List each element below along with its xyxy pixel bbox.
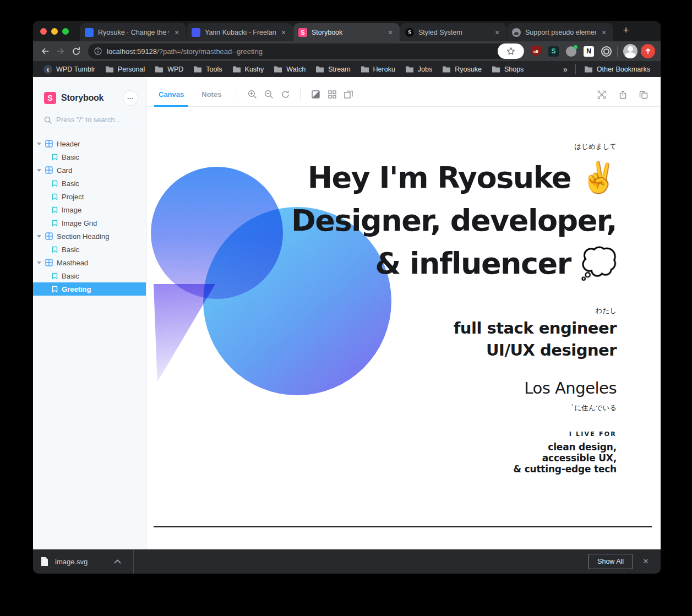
close-tab-icon[interactable]: × [493,28,502,37]
collapse-caret-icon[interactable] [37,261,41,264]
gear-extension-icon[interactable] [566,46,576,57]
story-bookmark-icon [52,286,58,293]
tab-styled-system[interactable]: S Styled System × [400,23,506,41]
bookmark-folder-wpd[interactable]: WPD [150,64,188,75]
close-window-button[interactable] [40,28,47,35]
rings-extension-icon[interactable] [601,46,612,57]
fullscreen-button[interactable] [593,86,610,103]
sidebar-component-header[interactable]: Header [33,137,146,150]
forward-button[interactable] [53,43,68,59]
close-tab-icon[interactable]: × [279,28,288,37]
download-filename[interactable]: image.svg [55,558,88,566]
star-icon [506,47,515,56]
bookmark-folder-shops[interactable]: Shops [487,64,528,75]
address-bar[interactable]: localhost:59128/?path=/story/masthead--g… [88,43,524,59]
bookmark-label: Ryosuke [455,66,482,73]
stylus-extension-icon[interactable]: S [548,46,559,57]
sidebar-search[interactable] [44,116,135,128]
search-input[interactable] [56,116,133,124]
minimize-window-button[interactable] [51,28,58,35]
sidebar-story-card-image-grid[interactable]: Image Grid [33,216,146,230]
back-button[interactable] [37,43,53,59]
story-label: Project [62,193,84,201]
tab-yann-kubacki[interactable]: Yann Kubacki - Freelan × [187,23,293,41]
close-tab-icon[interactable]: × [172,28,181,37]
collapse-caret-icon[interactable] [37,235,41,238]
other-bookmarks-button[interactable]: Other Bookmarks [579,64,655,75]
bookmark-label: Personal [118,66,145,73]
sidebar-story-masthead-greeting-selected[interactable]: Greeting [33,282,146,296]
copy-link-button[interactable] [635,86,652,103]
bookmark-folder-personal[interactable]: Personal [100,64,150,75]
role-line: UI/UX designer [454,339,617,361]
notion-extension-icon[interactable]: N [584,46,594,57]
story-bookmark-icon [52,246,58,253]
zoom-out-button[interactable] [260,86,277,103]
collapse-caret-icon[interactable] [37,169,41,172]
page-info-icon[interactable] [94,47,102,55]
sidebar-menu-button[interactable]: ••• [123,90,138,106]
reload-button[interactable] [68,43,84,59]
new-tab-button[interactable]: + [618,23,634,38]
masthead-heading: Hey I'm Ryosuke ✌️ Designer, developer, … [291,156,617,285]
show-all-downloads-button[interactable]: Show All [588,554,633,569]
grid-toggle-button[interactable] [324,86,340,103]
component-icon [45,232,53,240]
component-label: Card [57,166,72,175]
bookmark-folder-watch[interactable]: Watch [269,64,310,75]
tab-canvas[interactable]: Canvas [150,83,193,106]
zoom-window-button[interactable] [62,28,69,35]
bookmark-wpd-tumblr[interactable]: t WPD Tumblr [39,63,100,75]
viewport-button[interactable] [340,86,357,103]
download-options-button[interactable] [114,559,121,564]
tab-notes[interactable]: Notes [193,83,230,106]
zoom-in-button[interactable] [244,86,260,103]
tab-storybook-active[interactable]: S Storybook × [293,23,400,41]
story-label: Basic [62,153,79,161]
sidebar-component-section-heading[interactable]: Section Heading [33,230,146,243]
styled-system-favicon-icon: S [405,28,414,37]
toolbar-divider [617,46,618,57]
live-for-item: clean design, [513,441,617,453]
sidebar-component-card[interactable]: Card [33,163,146,177]
sidebar-story-card-image[interactable]: Image [33,203,146,216]
tab-title: Styled System [418,29,489,36]
background-toggle-button[interactable] [307,86,324,103]
collapse-caret-icon[interactable] [37,143,41,145]
tab-title: Ryosuke · Change the w [98,29,169,36]
bookmark-folder-heroku[interactable]: Heroku [356,64,400,75]
bookmark-folder-jobs[interactable]: Jobs [400,64,437,75]
tab-strip: Ryosuke · Change the w × Yann Kubacki - … [33,21,661,41]
close-tab-icon[interactable]: × [386,28,395,37]
sidebar-story-section-basic[interactable]: Basic [33,243,146,256]
sidebar-story-header-basic[interactable]: Basic [33,150,146,163]
folder-icon [442,66,451,73]
ublock-extension-icon[interactable]: uB [531,46,541,57]
close-downloads-icon[interactable]: × [643,556,649,567]
chrome-update-button[interactable] [641,44,655,58]
tab-github-pseudo[interactable]: Support pseudo elemen × [507,23,613,41]
toolbar-separator [300,88,301,101]
fullscreen-icon [597,90,606,99]
bookmark-folder-tools[interactable]: Tools [188,64,227,75]
close-tab-icon[interactable]: × [600,28,608,37]
github-favicon-icon [512,28,521,37]
bookmarks-overflow-button[interactable]: » [559,65,572,74]
grid-icon [328,90,336,99]
bookmark-folder-ryosuke[interactable]: Ryosuke [437,64,487,75]
bookmark-star-button[interactable] [498,43,524,59]
sidebar-story-masthead-basic[interactable]: Basic [33,269,146,282]
storybook-logo-icon: S [44,92,56,104]
sidebar-story-card-project[interactable]: Project [33,190,146,203]
sidebar-component-masthead[interactable]: Masthead [33,256,146,269]
tab-ryosuke[interactable]: Ryosuke · Change the w × [80,23,186,41]
bookmark-folder-kushy[interactable]: Kushy [227,64,269,75]
sidebar-story-card-basic[interactable]: Basic [33,177,146,190]
open-in-new-tab-button[interactable] [614,86,631,103]
zoom-reset-button[interactable] [277,86,293,103]
component-label: Masthead [57,259,88,267]
bookmark-folder-stream[interactable]: Stream [310,64,355,75]
bookmarks-divider [575,64,576,74]
folder-icon [315,66,324,73]
profile-avatar[interactable] [623,44,637,58]
